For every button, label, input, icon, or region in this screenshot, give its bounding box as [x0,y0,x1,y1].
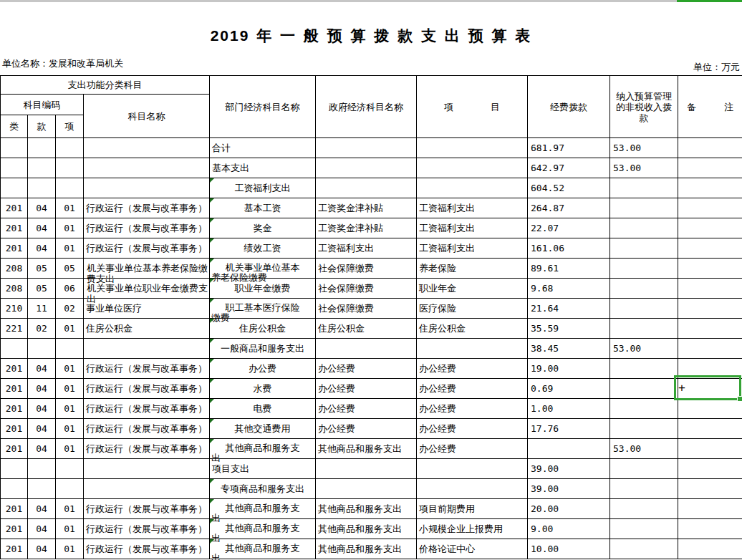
cell-remark[interactable] [678,419,742,439]
cell-dept-econ[interactable]: 工资福利支出 [210,178,316,198]
cell-class-code[interactable]: 201 [1,399,28,419]
cell-funding[interactable]: 38.45 [528,339,610,359]
cell-gov-econ[interactable] [316,138,417,158]
header-subject-name[interactable]: 科目名称 [84,95,210,138]
cell-project[interactable]: 职业年金 [417,279,528,299]
header-dept-econ[interactable]: 部门经济科目名称 [210,76,316,138]
cell-project[interactable]: 价格论证中心 [417,539,528,559]
cell-dept-econ[interactable]: 其他交通费用 [210,419,316,439]
cell-item-code[interactable]: 01 [56,379,84,399]
cell-class-code[interactable] [1,339,28,359]
cell-nontax[interactable] [610,218,678,238]
cell-class-code[interactable] [1,479,28,499]
cell-funding[interactable]: 35.59 [528,319,610,339]
cell-gov-econ[interactable]: 社会保障缴费 [316,279,417,299]
cell-section-code[interactable]: 04 [28,399,56,419]
cell-item-code[interactable]: 01 [56,359,84,379]
cell-class-code[interactable]: 201 [1,439,28,459]
cell-funding[interactable]: 21.64 [528,299,610,319]
cell-class-code[interactable] [1,138,28,158]
cell-remark[interactable] [678,519,742,539]
cell-gov-econ[interactable]: 其他商品和服务支出 [316,499,417,519]
cell-item-code[interactable]: 01 [56,238,84,259]
cell-section-code[interactable]: 04 [28,238,56,259]
cell-nontax[interactable] [610,459,678,479]
cell-remark[interactable] [678,299,742,319]
cell-remark[interactable] [678,178,742,198]
cell-funding[interactable]: 19.00 [528,359,610,379]
cell-funding[interactable]: 264.87 [528,198,610,218]
cell-project[interactable]: 办公经费 [417,439,528,459]
cell-gov-econ[interactable] [316,158,417,178]
cell-nontax[interactable] [610,419,678,439]
cell-remark[interactable] [678,158,742,178]
cell-project[interactable] [417,479,528,499]
cell-remark[interactable] [678,279,742,299]
cell-section-code[interactable]: 04 [28,519,56,539]
cell-gov-econ[interactable]: 社会保障缴费 [316,299,417,319]
cell-remark[interactable] [678,218,742,238]
cell-class-code[interactable]: 201 [1,198,28,218]
cell-remark[interactable] [678,499,742,519]
cell-class-code[interactable]: 201 [1,519,28,539]
cell-subject-name[interactable] [84,138,210,158]
cell-remark[interactable] [678,319,742,339]
cell-remark[interactable] [678,479,742,499]
cell-subject-name[interactable]: 住房公积金 [84,319,210,339]
cell-project[interactable] [417,178,528,198]
cell-funding[interactable]: 10.00 [528,539,610,559]
cell-dept-econ[interactable]: 电费 [210,399,316,419]
cell-item-code[interactable] [56,178,84,198]
cell-dept-econ[interactable]: 一般商品和服务支出 [210,339,316,359]
cell-item-code[interactable] [56,158,84,178]
cell-project[interactable]: 办公经费 [417,399,528,419]
cell-remark[interactable] [678,399,742,419]
cell-nontax[interactable] [610,178,678,198]
header-item[interactable]: 项 [56,115,84,138]
cell-funding[interactable]: 17.76 [528,419,610,439]
cell-funding[interactable]: 642.97 [528,158,610,178]
cell-section-code[interactable] [28,178,56,198]
cell-project[interactable]: 住房公积金 [417,319,528,339]
cell-project[interactable]: 工资福利支出 [417,198,528,218]
cell-remark[interactable] [678,259,742,279]
cell-item-code[interactable]: 01 [56,319,84,339]
cell-nontax[interactable] [610,279,678,299]
cell-dept-econ[interactable]: 其他商品和服务支 出 [210,439,316,459]
cell-nontax[interactable] [610,319,678,339]
cell-gov-econ[interactable]: 社会保障缴费 [316,259,417,279]
cell-dept-econ[interactable]: 专项商品和服务支出 [210,479,316,499]
header-code-group[interactable]: 科目编码 [1,95,84,115]
header-gov-econ[interactable]: 政府经济科目名称 [316,76,417,138]
cell-subject-name[interactable]: 行政运行（发展与改革事务） [84,359,210,379]
cell-item-code[interactable]: 01 [56,519,84,539]
cell-nontax[interactable] [610,519,678,539]
cell-gov-econ[interactable]: 办公经费 [316,419,417,439]
cell-item-code[interactable] [56,479,84,499]
cell-nontax[interactable] [610,238,678,259]
cell-gov-econ[interactable]: 其他商品和服务支出 [316,519,417,539]
cell-subject-name[interactable]: 行政运行（发展与改革事务） [84,198,210,218]
cell-dept-econ[interactable]: 机关事业单位基本 养老保险缴费 [210,259,316,279]
header-funding[interactable]: 经费拨款 [528,76,610,138]
cell-gov-econ[interactable]: 工资奖金津补贴 [316,198,417,218]
cell-remark[interactable] [678,539,742,559]
cell-funding[interactable]: 9.00 [528,519,610,539]
cell-class-code[interactable]: 201 [1,539,28,559]
cell-gov-econ[interactable] [316,479,417,499]
cell-project[interactable] [417,138,528,158]
cell-project[interactable]: 工资福利支出 [417,218,528,238]
cell-subject-name[interactable]: 行政运行（发展与改革事务） [84,539,210,559]
cell-class-code[interactable] [1,158,28,178]
cell-dept-econ[interactable]: 水费 [210,379,316,399]
cell-item-code[interactable]: 01 [56,399,84,419]
cell-funding[interactable]: 9.68 [528,279,610,299]
cell-subject-name[interactable]: 行政运行（发展与改革事务） [84,379,210,399]
cell-subject-name[interactable] [84,178,210,198]
cell-section-code[interactable]: 04 [28,379,56,399]
cell-nontax[interactable] [610,479,678,499]
cell-class-code[interactable] [1,459,28,479]
cell-dept-econ[interactable]: 办公费 [210,359,316,379]
cell-section-code[interactable]: 05 [28,279,56,299]
cell-funding[interactable]: 89.61 [528,259,610,279]
